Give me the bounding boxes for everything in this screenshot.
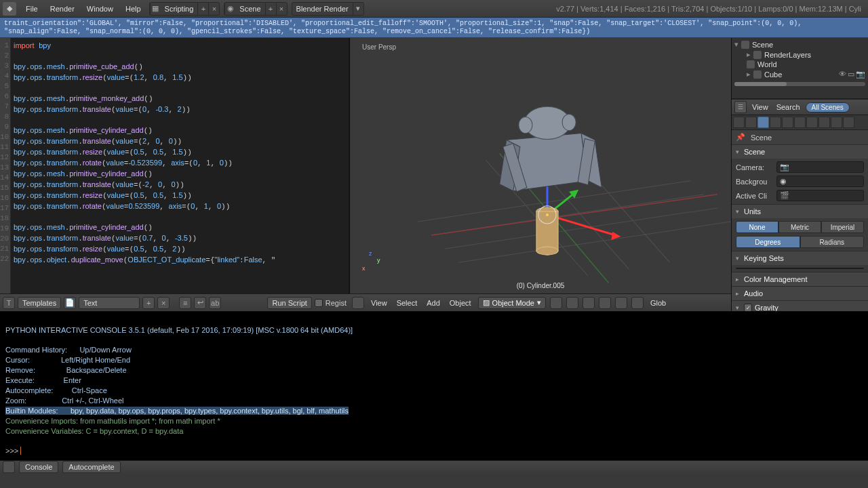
mode-selector[interactable]: ▨Object Mode▾ (478, 297, 546, 309)
add-icon[interactable]: + (197, 3, 208, 15)
add-text-icon[interactable]: + (142, 297, 155, 309)
text-name-field[interactable]: Text (79, 297, 140, 309)
outliner-filter[interactable]: All Scenes (806, 102, 850, 113)
console-menu[interactable]: Console (19, 461, 58, 473)
unit-degrees[interactable]: Degrees (736, 236, 800, 248)
blender-logo-icon[interactable]: ◆ (3, 2, 16, 16)
layout-selector[interactable]: ▦ Scripting + × (149, 2, 220, 16)
svg-point-20 (562, 114, 576, 130)
panel-color-header[interactable]: Color Management (732, 272, 868, 286)
python-console[interactable]: PYTHON INTERACTIVE CONSOLE 3.5.1 (defaul… (0, 312, 868, 460)
layers-icon[interactable] (615, 297, 627, 309)
tab-constraints[interactable] (794, 117, 806, 128)
panel-gravity-header[interactable]: ✓Gravity (732, 301, 868, 311)
viewport-scene (350, 38, 731, 296)
snap-icon[interactable] (599, 297, 611, 309)
datablock-icon[interactable]: 📄 (64, 297, 76, 309)
close-icon[interactable]: × (276, 3, 287, 15)
text-editor[interactable]: import bpy bpy.ops.mesh.primitive_cube_a… (11, 38, 349, 293)
register-checkbox[interactable] (315, 299, 323, 307)
unit-none[interactable]: None (736, 221, 778, 233)
tab-renderlayers[interactable] (745, 117, 757, 128)
autocomplete-button[interactable]: Autocomplete (62, 461, 120, 473)
editor-type-icon[interactable]: T (3, 297, 15, 309)
cursor-icon[interactable]: ▭ (848, 70, 854, 79)
tab-render[interactable] (733, 117, 745, 128)
eye-icon[interactable]: 👁 (839, 70, 846, 79)
manipulator-icon[interactable] (583, 297, 595, 309)
tab-object[interactable] (782, 117, 793, 128)
tab-scene[interactable] (757, 117, 769, 128)
outliner-item[interactable]: Cube (764, 70, 782, 79)
outliner[interactable]: ▾Scene ▸RenderLayers World ▸Cube👁▭📷 (732, 38, 868, 99)
chevron-down-icon: ▾ (353, 3, 363, 15)
outliner-view[interactable]: View (749, 103, 771, 111)
tab-material[interactable] (831, 117, 842, 128)
menu-file[interactable]: File (20, 2, 43, 16)
vp-menu-object[interactable]: Object (447, 299, 474, 307)
templates-menu[interactable]: Templates (18, 297, 61, 309)
background-field[interactable]: ◉ (776, 176, 864, 187)
clip-icon: 🎬 (780, 191, 789, 200)
engine-label: Blender Render (292, 3, 353, 14)
breadcrumb: Scene (751, 134, 772, 142)
render-icon[interactable]: 📷 (856, 70, 865, 79)
run-script-button[interactable]: Run Script (267, 297, 311, 309)
layout-label: Scripting (161, 3, 198, 14)
activeclip-field[interactable]: 🎬 (776, 190, 864, 201)
editor-type-icon[interactable] (352, 297, 364, 309)
3d-viewport[interactable]: User Persp (349, 38, 731, 293)
outliner-scene[interactable]: Scene (752, 41, 773, 49)
unit-radians[interactable]: Radians (800, 236, 865, 248)
info-report: traint_orientation":'GLOBAL', "mirror":F… (0, 18, 868, 38)
tab-world[interactable] (770, 117, 781, 128)
editor-type-icon[interactable] (3, 461, 15, 473)
tab-texture[interactable] (843, 117, 854, 128)
vp-menu-add[interactable]: Add (424, 299, 443, 307)
syntax-toggle-icon[interactable]: ab (209, 297, 221, 309)
panel-scene-header[interactable]: Scene (732, 145, 868, 159)
unit-metric[interactable]: Metric (778, 221, 821, 233)
chevron-down-icon: ▾ (537, 298, 541, 307)
camera-field[interactable]: 📷 (776, 161, 864, 173)
panel-units-header[interactable]: Units (732, 205, 868, 218)
menu-help[interactable]: Help (120, 2, 146, 16)
menu-window[interactable]: Window (81, 2, 119, 16)
close-icon[interactable]: × (208, 3, 219, 15)
unit-system-toggle[interactable]: None Metric Imperial (736, 221, 864, 233)
vp-menu-select[interactable]: Select (394, 299, 420, 307)
keying-sets-list[interactable] (736, 268, 864, 269)
panel-audio-header[interactable]: Audio (732, 287, 868, 300)
shading-icon[interactable] (550, 297, 562, 309)
pin-icon[interactable]: 📌 (736, 133, 745, 142)
proportional-icon[interactable] (631, 297, 644, 309)
properties-panel: 📌Scene Scene Camera:📷 Backgrou◉ Active C… (732, 130, 868, 311)
wordwrap-toggle-icon[interactable]: ↩ (194, 297, 206, 309)
unit-imperial[interactable]: Imperial (821, 221, 864, 233)
grid-icon: ▦ (150, 3, 161, 15)
orientation-label[interactable]: Glob (648, 299, 669, 307)
text-editor-header: T Templates 📄 Text + × ≡ ↩ ab Run Script… (0, 293, 349, 311)
vp-menu-view[interactable]: View (368, 299, 390, 307)
outliner-search[interactable]: Search (774, 103, 803, 111)
outliner-item[interactable]: World (757, 60, 777, 68)
pivot-icon[interactable] (566, 297, 578, 309)
tab-modifiers[interactable] (806, 117, 818, 128)
add-icon[interactable]: + (265, 3, 276, 15)
menu-render[interactable]: Render (45, 2, 80, 16)
scene-selector[interactable]: ◉ Scene + × (224, 2, 287, 16)
cube-icon: ▨ (483, 298, 490, 307)
svg-line-3 (459, 222, 731, 262)
gravity-checkbox[interactable]: ✓ (744, 304, 752, 311)
camera-icon: 📷 (780, 163, 789, 171)
svg-rect-24 (536, 211, 558, 251)
panel-keying-header[interactable]: Keying Sets (732, 251, 868, 265)
editor-type-icon[interactable]: ☰ (734, 101, 747, 113)
angle-unit-toggle[interactable]: Degrees Radians (736, 236, 864, 248)
linenum-toggle-icon[interactable]: ≡ (179, 297, 191, 309)
outliner-scrollbar[interactable] (734, 82, 865, 86)
outliner-item[interactable]: RenderLayers (764, 51, 811, 59)
unlink-text-icon[interactable]: × (157, 297, 170, 309)
render-engine-selector[interactable]: Blender Render ▾ (292, 2, 364, 16)
tab-data[interactable] (818, 117, 830, 128)
